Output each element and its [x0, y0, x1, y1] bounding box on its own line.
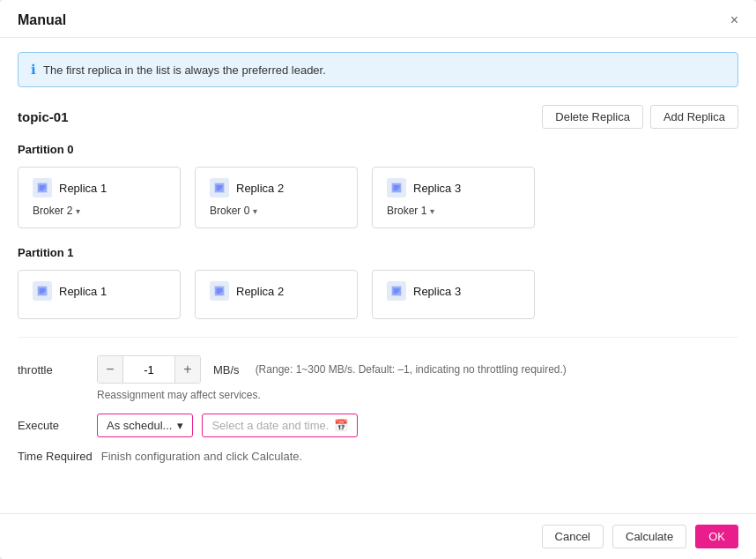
throttle-input-group: − + — [97, 355, 201, 384]
replica-card: Replica 2 Broker 0 ▾ — [195, 167, 358, 228]
replica-icon — [210, 281, 229, 301]
execute-dropdown[interactable]: As schedul... ▾ — [97, 414, 193, 437]
info-icon: ℹ — [31, 62, 36, 78]
throttle-decrement-button[interactable]: − — [98, 356, 122, 383]
throttle-warning: Reassignment may affect services. — [97, 389, 738, 401]
modal-footer: Cancel Calculate OK — [0, 513, 756, 559]
partition-1-label: Partition 1 — [18, 246, 738, 259]
replica-name: Replica 3 — [413, 285, 461, 298]
execute-label: Execute — [18, 419, 88, 432]
chevron-down-icon: ▾ — [253, 206, 257, 216]
replica-card: Replica 3 Broker 1 ▾ — [372, 167, 535, 228]
modal-header: Manual × — [0, 0, 756, 38]
replica-icon — [387, 281, 406, 301]
topic-actions: Delete Replica Add Replica — [542, 105, 738, 129]
replica-card: Replica 2 — [195, 270, 358, 319]
throttle-label: throttle — [18, 363, 88, 376]
calculate-button[interactable]: Calculate — [612, 525, 686, 548]
date-placeholder: Select a date and time. — [211, 419, 329, 432]
time-required-text: Finish configuration and click Calculate… — [101, 450, 302, 463]
add-replica-button[interactable]: Add Replica — [650, 105, 738, 129]
replica-card: Replica 1 Broker 2 ▾ — [18, 167, 181, 228]
modal-body: ℹ The first replica in the list is alway… — [0, 38, 756, 513]
cancel-button[interactable]: Cancel — [542, 525, 604, 548]
replica-icon — [33, 178, 52, 198]
replica-name: Replica 1 — [59, 285, 107, 298]
topic-name: topic-01 — [18, 109, 69, 124]
replica-name: Replica 3 — [413, 182, 461, 195]
throttle-row: throttle − + MB/s (Range: 1~300 MB/s. De… — [18, 350, 738, 384]
replica-icon — [33, 281, 52, 301]
partition-0-replicas: Replica 1 Broker 2 ▾ Replica 2 Broker 0 … — [18, 167, 738, 228]
replica-name: Replica 2 — [236, 285, 284, 298]
calendar-icon: 📅 — [334, 419, 348, 432]
replica-icon — [210, 178, 229, 198]
partition-0-label: Partition 0 — [18, 143, 738, 156]
replica-name: Replica 1 — [59, 182, 107, 195]
replica-name: Replica 2 — [236, 182, 284, 195]
info-banner-text: The first replica in the list is always … — [43, 63, 326, 77]
partition-1-replicas: Replica 1 Replica 2 Replica 3 — [18, 270, 738, 319]
throttle-input[interactable] — [122, 356, 175, 383]
replica-icon — [387, 178, 406, 198]
close-button[interactable]: × — [730, 13, 738, 27]
time-required-label: Time Required — [18, 450, 93, 463]
broker-select[interactable]: Broker 0 ▾ — [210, 205, 343, 217]
chevron-down-icon: ▾ — [177, 419, 183, 432]
chevron-down-icon: ▾ — [76, 206, 80, 216]
broker-select[interactable]: Broker 2 ▾ — [33, 205, 166, 217]
broker-select[interactable]: Broker 1 ▾ — [387, 205, 520, 217]
throttle-range-hint: (Range: 1~300 MB/s. Default: –1, indicat… — [256, 363, 567, 376]
execute-dropdown-value: As schedul... — [107, 419, 172, 432]
modal: Manual × ℹ The first replica in the list… — [0, 0, 756, 559]
execute-row: Execute As schedul... ▾ Select a date an… — [18, 414, 738, 437]
topic-row: topic-01 Delete Replica Add Replica — [18, 105, 738, 129]
date-time-input[interactable]: Select a date and time. 📅 — [202, 414, 358, 437]
replica-card: Replica 1 — [18, 270, 181, 319]
throttle-increment-button[interactable]: + — [175, 356, 200, 383]
time-required-row: Time Required Finish configuration and c… — [18, 450, 738, 463]
ok-button[interactable]: OK — [695, 525, 738, 548]
chevron-down-icon: ▾ — [430, 206, 434, 216]
delete-replica-button[interactable]: Delete Replica — [542, 105, 643, 129]
replica-card: Replica 3 — [372, 270, 535, 319]
modal-title: Manual — [18, 12, 66, 28]
info-banner: ℹ The first replica in the list is alway… — [18, 52, 738, 87]
throttle-unit: MB/s — [213, 363, 240, 376]
